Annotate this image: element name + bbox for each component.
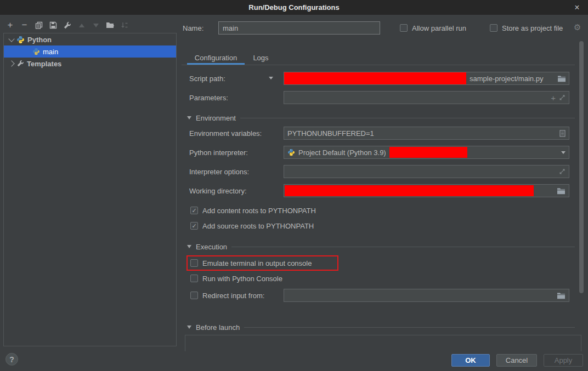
- new-folder-icon[interactable]: [105, 21, 115, 30]
- expand-field-icon[interactable]: [559, 94, 566, 101]
- python-icon: [16, 36, 25, 44]
- before-launch-section-header[interactable]: Before launch: [187, 323, 575, 332]
- tab-configuration-label: Configuration: [195, 54, 237, 62]
- chevron-down-icon[interactable]: [8, 36, 14, 42]
- redacted-working-directory: [285, 185, 534, 196]
- checkbox-checked[interactable]: ✓: [190, 207, 198, 214]
- expand-field-icon[interactable]: [559, 168, 566, 175]
- tree-item-label: Templates: [27, 60, 61, 68]
- before-launch-task-list[interactable]: [185, 335, 581, 351]
- script-path-field[interactable]: sample-project/main.py: [284, 72, 569, 85]
- tree-item-label: Python: [27, 36, 52, 44]
- configurations-tree: Python main Templates: [3, 33, 177, 346]
- tree-item-main-selected[interactable]: main: [4, 45, 176, 58]
- python-interpreter-label: Python interpreter:: [189, 146, 248, 159]
- add-content-roots-checkbox[interactable]: ✓ Add content roots to PYTHONPATH: [190, 206, 316, 215]
- environment-variables-field[interactable]: PYTHONUNBUFFERED=1: [284, 127, 569, 140]
- remove-icon[interactable]: −: [20, 21, 29, 30]
- parameters-field[interactable]: +: [284, 91, 569, 104]
- python-interpreter-combobox[interactable]: Project Default (Python 3.9): [284, 146, 569, 159]
- emulate-terminal-label: Emulate terminal in output console: [202, 259, 312, 267]
- wrench-icon: [16, 60, 24, 67]
- folder-icon[interactable]: [557, 75, 566, 82]
- redirect-input-checkbox[interactable]: Redirect input from:: [190, 290, 264, 300]
- emulate-terminal-annotation-highlight: Emulate terminal in output console: [186, 255, 338, 271]
- working-directory-field[interactable]: [284, 184, 569, 197]
- tree-item-templates[interactable]: Templates: [4, 58, 176, 70]
- move-up-icon[interactable]: [77, 21, 86, 30]
- name-input[interactable]: [218, 21, 380, 35]
- configurations-toolbar: + −: [5, 20, 129, 31]
- edit-templates-wrench-icon[interactable]: [63, 21, 72, 30]
- dialog-title: Run/Debug Configurations: [248, 3, 339, 12]
- copy-icon[interactable]: [34, 21, 43, 30]
- tree-item-label: main: [43, 48, 58, 56]
- tabs-separator: [182, 65, 575, 65]
- run-with-python-console-label: Run with Python Console: [202, 275, 282, 283]
- gear-icon[interactable]: ⚙: [574, 22, 581, 32]
- sort-icon[interactable]: [120, 21, 129, 30]
- folder-icon[interactable]: [557, 187, 566, 195]
- apply-button-label: Apply: [555, 356, 573, 364]
- checkbox-unchecked[interactable]: [490, 24, 497, 32]
- parameters-label: Parameters:: [189, 91, 228, 104]
- close-icon[interactable]: ×: [570, 0, 584, 15]
- chevron-right-icon[interactable]: [8, 60, 14, 66]
- combobox-dropdown-icon[interactable]: [561, 151, 566, 154]
- add-source-roots-label: Add source roots to PYTHONPATH: [202, 222, 314, 230]
- section-collapse-icon[interactable]: [187, 116, 191, 119]
- environment-section-label: Environment: [196, 114, 236, 122]
- section-divider: [244, 327, 575, 328]
- add-source-roots-checkbox[interactable]: ✓ Add source roots to PYTHONPATH: [190, 221, 314, 231]
- folder-icon[interactable]: [557, 292, 566, 299]
- checkbox-unchecked[interactable]: [400, 24, 408, 32]
- working-directory-label: Working directory:: [189, 184, 247, 197]
- help-button[interactable]: ?: [5, 353, 18, 366]
- script-path-label: Script path:: [189, 72, 225, 85]
- checkbox-unchecked[interactable]: [190, 292, 198, 299]
- script-path-dropdown-icon[interactable]: [269, 77, 273, 79]
- apply-button[interactable]: Apply: [544, 354, 583, 367]
- add-macro-icon[interactable]: +: [551, 94, 556, 102]
- redacted-interpreter-path: [389, 147, 467, 158]
- tree-item-python[interactable]: Python: [4, 33, 176, 45]
- checkbox-checked[interactable]: ✓: [190, 222, 198, 230]
- allow-parallel-run-checkbox[interactable]: Allow parallel run: [400, 23, 466, 33]
- python-icon: [32, 48, 40, 55]
- allow-parallel-run-label: Allow parallel run: [412, 24, 466, 32]
- environment-variables-value: PYTHONUNBUFFERED=1: [287, 129, 374, 138]
- section-divider: [231, 247, 575, 247]
- execution-section-label: Execution: [196, 243, 227, 251]
- move-down-icon[interactable]: [91, 21, 100, 30]
- title-bar: Run/Debug Configurations ×: [0, 0, 588, 15]
- environment-variables-label: Environment variables:: [189, 127, 262, 140]
- question-mark-icon: ?: [9, 355, 14, 364]
- cancel-button[interactable]: Cancel: [496, 354, 537, 367]
- execution-section-header[interactable]: Execution: [187, 242, 575, 251]
- interpreter-options-field[interactable]: [284, 165, 569, 178]
- tab-logs[interactable]: Logs: [251, 50, 270, 65]
- edit-variables-icon[interactable]: [559, 130, 566, 137]
- name-label: Name:: [183, 21, 203, 35]
- run-with-python-console-checkbox[interactable]: Run with Python Console: [190, 273, 282, 283]
- redirect-input-label: Redirect input from:: [202, 292, 264, 300]
- tab-logs-label: Logs: [253, 54, 268, 62]
- script-path-value: sample-project/main.py: [470, 75, 543, 83]
- section-collapse-icon[interactable]: [187, 326, 191, 329]
- redacted-script-path-prefix: [284, 72, 466, 84]
- section-divider: [240, 118, 575, 118]
- add-icon[interactable]: +: [5, 21, 15, 30]
- store-as-project-file-checkbox[interactable]: Store as project file: [490, 23, 563, 33]
- save-icon[interactable]: [48, 21, 58, 30]
- section-collapse-icon[interactable]: [187, 245, 191, 248]
- vertical-scrollbar[interactable]: [579, 41, 584, 293]
- emulate-terminal-checkbox[interactable]: [190, 259, 198, 267]
- add-content-roots-label: Add content roots to PYTHONPATH: [202, 207, 316, 215]
- environment-section-header[interactable]: Environment: [187, 113, 575, 122]
- redirect-input-field[interactable]: [284, 289, 569, 302]
- ok-button[interactable]: OK: [451, 354, 490, 367]
- checkbox-unchecked[interactable]: [190, 275, 198, 282]
- python-icon: [287, 149, 295, 156]
- cancel-button-label: Cancel: [506, 356, 528, 364]
- run-debug-configurations-dialog: Run/Debug Configurations × + − P: [0, 0, 588, 371]
